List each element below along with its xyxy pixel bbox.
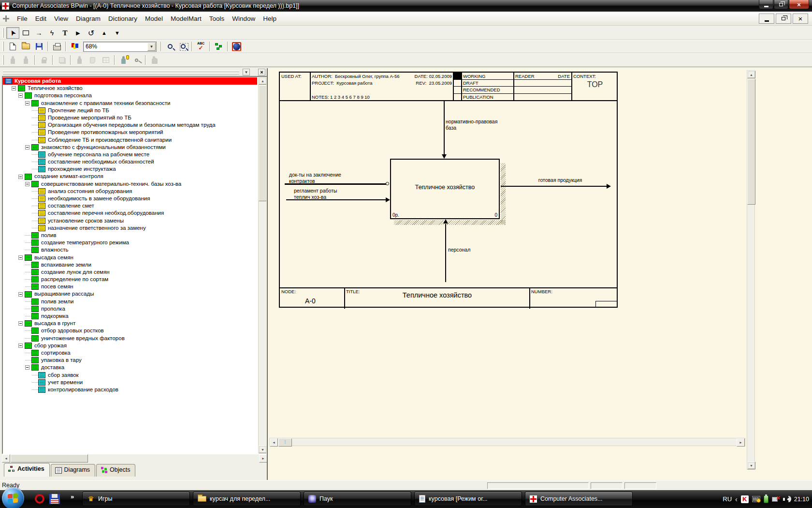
tree-item[interactable]: подготовка персонала: [3, 92, 257, 99]
tree-item[interactable]: выращивание рассады: [3, 290, 257, 298]
zoom-dropdown-arrow-icon[interactable]: ▼: [147, 43, 156, 51]
volume-tray-icon[interactable]: [783, 496, 791, 503]
menu-item-edit[interactable]: Edit: [31, 13, 50, 24]
tree-item[interactable]: учет времени: [3, 379, 257, 386]
zoom-in-button[interactable]: [163, 41, 176, 52]
scroll-down-arrow-icon[interactable]: ▼: [259, 446, 267, 453]
pointer-tool-button[interactable]: ➤: [6, 27, 19, 39]
tab-diagrams[interactable]: Diagrams: [51, 464, 96, 477]
toolbar-grip[interactable]: [2, 28, 4, 38]
mm-user-db-icon[interactable]: [117, 54, 130, 66]
start-button[interactable]: [2, 487, 24, 508]
tree-item[interactable]: составление необходимых обязанностей: [3, 158, 257, 165]
tree-item[interactable]: подкормка: [3, 313, 257, 320]
menu-item-dictionary[interactable]: Dictionary: [104, 13, 141, 24]
tree-hscrollbar-thumb[interactable]: [11, 454, 88, 463]
tree-item[interactable]: Курсовая работа: [3, 77, 257, 85]
go-to-child-button[interactable]: ▼: [111, 27, 124, 39]
diagram-vscrollbar-thumb[interactable]: [747, 79, 755, 205]
taskbar-button-word[interactable]: курсовая [Режим ог...: [414, 492, 522, 506]
menu-item-modelmart[interactable]: ModelMart: [167, 13, 205, 24]
tree-item[interactable]: сбор урожая: [3, 342, 257, 349]
tree-item[interactable]: контролирование расходов: [3, 386, 257, 393]
tree-item[interactable]: создание лунок для семян: [3, 269, 257, 276]
taskbar-button-bpwin[interactable]: Computer Associates...: [525, 492, 633, 506]
tray-collapse-chevron[interactable]: ‹: [735, 495, 738, 503]
tree-item[interactable]: высадка семян: [3, 254, 257, 261]
go-to-parent-button[interactable]: ▲: [98, 27, 111, 39]
tree-item[interactable]: высадка в грунт: [3, 320, 257, 327]
tree-item[interactable]: обучение персонала на рабочем месте: [3, 151, 257, 158]
web-publish-button[interactable]: [230, 41, 243, 52]
tree-item[interactable]: установление сроков замены: [3, 217, 257, 224]
tree-item[interactable]: прохождение инструктажа: [3, 165, 257, 173]
restore-button[interactable]: [774, 0, 788, 9]
tree-item[interactable]: составление смет: [3, 202, 257, 209]
tree-item[interactable]: Проведение противопожарных мероприятий: [3, 129, 257, 136]
color-settings-button[interactable]: [68, 41, 81, 52]
control-arrow[interactable]: [444, 101, 445, 155]
print-button[interactable]: [50, 41, 63, 52]
tree-item[interactable]: создание температурного режима: [3, 239, 257, 246]
open-file-button[interactable]: [19, 41, 32, 52]
tree-expand-toggle[interactable]: [18, 344, 23, 348]
tree-expand-toggle[interactable]: [18, 255, 23, 260]
tree-item[interactable]: составление перечня необход.оборудования: [3, 209, 257, 217]
kaspersky-tray-icon[interactable]: K: [741, 495, 749, 503]
scroll-down-arrow-icon[interactable]: ▼: [747, 462, 755, 469]
tree-expand-toggle[interactable]: [25, 182, 29, 186]
toolbar-grip[interactable]: [2, 55, 4, 65]
scroll-left-arrow-icon[interactable]: ◄: [270, 438, 278, 447]
tree-item[interactable]: отбор здоровых ростков: [3, 327, 257, 334]
language-indicator[interactable]: RU: [723, 495, 732, 503]
mechanism-arrow-label[interactable]: персонал: [448, 247, 470, 253]
opera-quicklaunch-icon[interactable]: [35, 494, 44, 504]
menu-item-file[interactable]: File: [13, 13, 31, 24]
scroll-right-arrow-icon[interactable]: ►: [737, 438, 745, 447]
tree-item[interactable]: упаковка в тару: [3, 357, 257, 364]
tree-item[interactable]: Соблюдение ТБ и производственной санитар…: [3, 136, 257, 144]
tree-scrollbar-thumb[interactable]: [259, 85, 267, 201]
taskbar-button-games[interactable]: Игры: [82, 492, 190, 506]
tree-item[interactable]: сортировка: [3, 349, 257, 357]
input-arrow-contracts-label[interactable]: док-ты на заключение контрактов: [289, 172, 341, 184]
scroll-up-arrow-icon[interactable]: ▲: [259, 77, 267, 85]
tree-item[interactable]: ознакомление с правилами техники безопас…: [3, 100, 257, 107]
tree-item[interactable]: Тепличное хозяйство: [3, 85, 257, 92]
tree-item[interactable]: полив земли: [3, 298, 257, 305]
zoom-level-combobox[interactable]: 68% ▼: [83, 42, 157, 52]
tree-item[interactable]: знакомство с функциональными обязанностя…: [3, 144, 257, 151]
tree-expand-toggle[interactable]: [18, 292, 23, 297]
control-arrow-label[interactable]: нормативно-правовая база: [446, 119, 497, 131]
output-arrow-label[interactable]: готовая продукция: [522, 177, 599, 183]
scroll-up-arrow-icon[interactable]: ▲: [747, 71, 755, 78]
tab-activities[interactable]: Activities: [4, 463, 50, 477]
tree-item[interactable]: распределение по сортам: [3, 276, 257, 283]
tree-item[interactable]: назначение ответственного за замену: [3, 224, 257, 232]
tree-item[interactable]: влажность: [3, 246, 257, 254]
minimize-button[interactable]: [759, 0, 773, 9]
tree-expand-toggle[interactable]: [12, 86, 16, 90]
explorer-close-button[interactable]: ×: [258, 69, 265, 75]
tab-objects[interactable]: Objects: [96, 464, 135, 477]
save-quicklaunch-icon[interactable]: [49, 494, 60, 504]
scroll-right-arrow-icon[interactable]: ►: [259, 454, 267, 463]
tree-item[interactable]: вспахивание земли: [3, 261, 257, 269]
tree-expand-toggle[interactable]: [25, 101, 29, 105]
tree-vertical-scrollbar[interactable]: ▲ ▼: [258, 77, 266, 453]
tree-item[interactable]: анализ состояния оборудования: [3, 188, 257, 195]
scroll-left-arrow-icon[interactable]: ◄: [2, 454, 10, 463]
tree-item[interactable]: сбор заявок: [3, 372, 257, 379]
mdi-child-icon[interactable]: [3, 15, 9, 22]
diagram-horizontal-scrollbar[interactable]: ◄ ►: [269, 438, 745, 446]
network-disconnected-tray-icon[interactable]: [772, 496, 780, 502]
tree-expand-toggle[interactable]: [25, 365, 29, 370]
tree-item[interactable]: доставка: [3, 364, 257, 371]
diagram-vertical-scrollbar[interactable]: ▲ ▼: [747, 70, 755, 470]
mechanism-arrow[interactable]: [445, 224, 446, 282]
mm-key-icon[interactable]: [130, 54, 143, 66]
taskbar-button-folder[interactable]: курсач для передел...: [193, 492, 301, 506]
tree-expand-toggle[interactable]: [18, 93, 23, 98]
mdi-close-button[interactable]: ×: [793, 14, 808, 24]
taskbar-button-spider[interactable]: Паук: [304, 492, 411, 506]
